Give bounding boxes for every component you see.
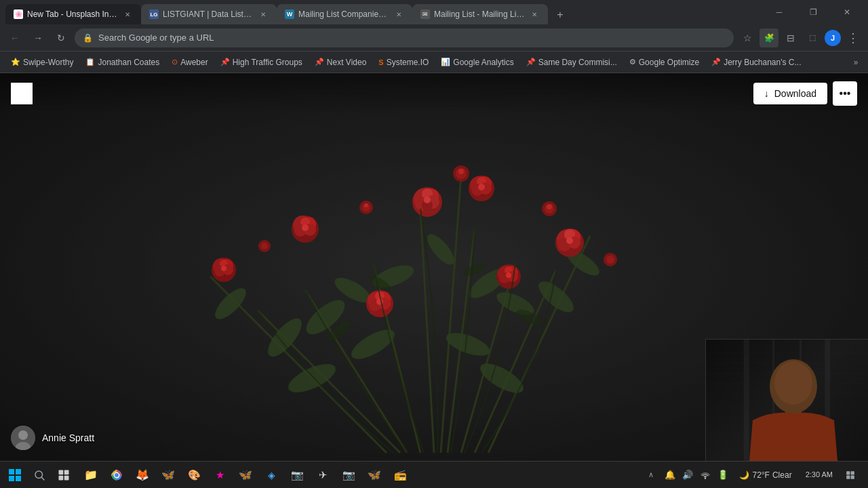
taskbar-instagram[interactable]: 📷 <box>285 463 309 487</box>
taskbar-butterfly3[interactable]: 🦋 <box>362 463 387 487</box>
show-hidden-icons-button[interactable]: ∧ <box>643 467 659 483</box>
more-options-button[interactable]: ••• <box>833 81 857 106</box>
taskbar-app-star[interactable]: ★ <box>208 463 232 487</box>
svg-rect-116 <box>59 475 64 480</box>
bookmark-aweber[interactable]: ⊙ Aweber <box>166 55 213 70</box>
bookmark-next-video[interactable]: 📌 Next Video <box>309 55 372 70</box>
svg-point-107 <box>774 361 812 405</box>
taskbar-chrome[interactable] <box>104 463 129 487</box>
bookmark-icon-hightraffic: 📌 <box>220 58 230 66</box>
svg-rect-122 <box>846 471 850 474</box>
tab-listgiant[interactable]: LG LISTGIANT | Data Lists for Marke... ✕ <box>141 4 277 24</box>
svg-line-113 <box>41 477 44 480</box>
weather-icon: 🌙 <box>739 470 749 480</box>
system-clock[interactable]: 2:30 AM <box>800 470 838 480</box>
tab-mailing-caldwe[interactable]: W Mailing List Companies - Caldwe... ✕ <box>277 4 412 24</box>
unsplash-logo[interactable] <box>11 83 33 104</box>
svg-rect-109 <box>16 469 21 474</box>
taskbar-butterfly1[interactable]: 🦋 <box>156 463 180 487</box>
taskbar-butterfly2[interactable]: 🦋 <box>233 463 258 487</box>
profile-avatar[interactable]: J <box>825 30 841 46</box>
svg-rect-117 <box>64 475 69 480</box>
bookmark-high-traffic[interactable]: 📌 High Traffic Groups <box>215 55 308 70</box>
taskbar-telegram[interactable]: ✈ <box>311 463 335 487</box>
taskbar-app-circles[interactable]: ◈ <box>259 463 283 487</box>
task-view-button[interactable] <box>52 463 76 487</box>
task-view-icon <box>58 469 70 481</box>
tab-close-1[interactable]: ✕ <box>122 9 133 20</box>
systray-icons: 🔔 🔊 🔋 <box>662 467 731 483</box>
omnibox[interactable]: 🔒 Search Google or type a URL <box>75 28 734 47</box>
bookmark-icon-jonathan: 📋 <box>85 58 95 66</box>
notification-center-button[interactable] <box>841 466 860 485</box>
bookmark-swipeworthy[interactable]: ⭐ Swipe-Worthy <box>5 55 79 70</box>
taskbar-app-radio[interactable]: 📻 <box>388 463 412 487</box>
unsplash-actions: ↓ Download ••• <box>753 81 857 106</box>
weather-widget[interactable]: 🌙 72°F Clear <box>734 470 797 480</box>
menu-icon[interactable]: ⋮ <box>844 28 863 47</box>
bookmark-google-optimize[interactable]: ⚙ Google Optimize <box>624 55 705 70</box>
photographer-avatar <box>11 426 35 450</box>
svg-point-44 <box>302 224 309 231</box>
cast-icon[interactable]: ⬚ <box>803 28 822 47</box>
new-tab-button[interactable]: + <box>551 5 570 24</box>
tab-mailing-lists[interactable]: ✉ Mailing List - Mailing Lists - Mai... … <box>412 4 548 24</box>
network-icon[interactable] <box>697 467 713 483</box>
tab-unsplash[interactable]: 🌸 New Tab - Unsplash Instant ✕ <box>5 4 141 24</box>
battery-icon[interactable]: 🔋 <box>715 467 731 483</box>
download-button[interactable]: ↓ Download <box>753 83 827 104</box>
wifi-icon <box>701 470 710 480</box>
restore-button[interactable]: ❐ <box>797 1 829 23</box>
sidebar-icon[interactable]: ⊟ <box>781 28 800 47</box>
unsplash-topbar: ↓ Download ••• <box>0 73 868 114</box>
start-button[interactable] <box>3 463 27 487</box>
tab-close-3[interactable]: ✕ <box>393 9 404 20</box>
bookmark-icon-sameday: 📌 <box>526 58 536 66</box>
titlebar: 🌸 New Tab - Unsplash Instant ✕ LG LISTGI… <box>0 0 868 24</box>
taskbar-apps: 📁 🦊 🦋 🎨 ★ 🦋 ◈ 📷 ✈ 📷 🦋 📻 <box>79 463 643 487</box>
minimize-button[interactable]: ─ <box>764 1 795 23</box>
taskbar-app-paint[interactable]: 🎨 <box>182 463 206 487</box>
bookmark-google-analytics[interactable]: 📊 Google Analytics <box>435 55 519 70</box>
bookmark-systeme[interactable]: S Systeme.IO <box>373 55 434 70</box>
bookmark-star-icon[interactable]: ☆ <box>738 28 757 47</box>
svg-rect-115 <box>64 470 69 474</box>
window-controls: ─ ❐ ✕ <box>764 1 863 23</box>
taskbar-file-explorer[interactable]: 📁 <box>79 463 103 487</box>
notification-icon[interactable]: 🔔 <box>662 467 678 483</box>
forward-button[interactable]: → <box>28 28 47 47</box>
search-icon <box>33 469 45 481</box>
taskbar-app-camera[interactable]: 📷 <box>336 463 361 487</box>
bookmarks-more-button[interactable]: » <box>849 56 863 69</box>
bookmark-label-sameday: Same Day Commisi... <box>538 58 617 67</box>
bookmark-icon-optimize: ⚙ <box>629 58 636 66</box>
windows-logo-icon <box>9 469 21 481</box>
tab-close-2[interactable]: ✕ <box>258 9 269 20</box>
svg-point-112 <box>35 471 43 479</box>
taskbar-firefox[interactable]: 🦊 <box>130 463 155 487</box>
photo-background: ↓ Download ••• Annie Spratt <box>0 73 868 461</box>
tab-close-4[interactable]: ✕ <box>529 9 540 20</box>
close-button[interactable]: ✕ <box>831 1 863 23</box>
taskbar-search-button[interactable] <box>27 463 52 487</box>
taskbar: 📁 🦊 🦋 🎨 ★ 🦋 ◈ 📷 ✈ 📷 🦋 📻 ∧ 🔔 <box>0 461 868 488</box>
profile-extensions-icon[interactable]: 🧩 <box>760 28 778 47</box>
svg-point-94 <box>18 430 28 440</box>
svg-point-88 <box>261 243 268 249</box>
bookmark-label-hightraffic: High Traffic Groups <box>233 58 302 67</box>
reload-button[interactable]: ↻ <box>52 28 71 47</box>
bookmark-label-jerry: Jerry Buchanan's C... <box>724 58 801 67</box>
unsplash-logo-icon <box>15 87 28 100</box>
weather-temp: 72°F <box>752 470 769 480</box>
tab-favicon-4: ✉ <box>420 9 430 19</box>
bookmark-label-jonathan: Jonathan Coates <box>98 58 159 67</box>
bookmark-jonathan-coates[interactable]: 📋 Jonathan Coates <box>80 55 165 70</box>
bookmark-jerry[interactable]: 📌 Jerry Buchanan's C... <box>706 55 806 70</box>
person-silhouette <box>726 346 861 461</box>
tab-title-4: Mailing List - Mailing Lists - Mai... <box>434 9 525 19</box>
volume-icon[interactable]: 🔊 <box>679 467 696 483</box>
bookmark-icon-analytics: 📊 <box>441 58 450 66</box>
bookmark-same-day[interactable]: 📌 Same Day Commisi... <box>521 55 623 70</box>
photographer-credit[interactable]: Annie Spratt <box>11 426 94 450</box>
bookmark-icon-systeme: S <box>378 58 383 66</box>
